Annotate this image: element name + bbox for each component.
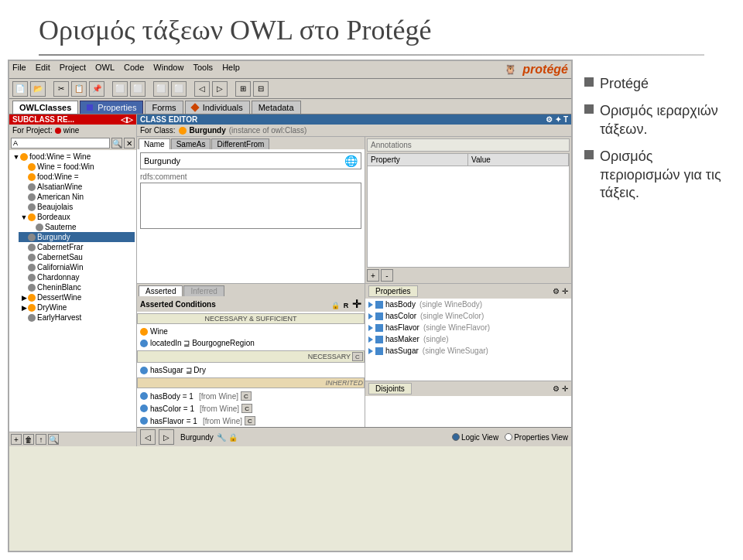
tb-b1[interactable]: ⬜ <box>112 81 128 97</box>
cond-hasbody-icon <box>140 392 148 400</box>
tb-grid[interactable]: ⊞ <box>235 81 251 97</box>
hasbody-btn[interactable]: C <box>241 391 252 401</box>
tree-item-alsatian[interactable]: AlsatianWine <box>19 182 135 192</box>
protege-logo: protégé <box>522 63 568 77</box>
tree-item-cabernets[interactable]: CabernetSau <box>19 252 135 262</box>
tb-b3[interactable]: ⬜ <box>153 81 169 97</box>
tree-item-burgundy[interactable]: Burgundy <box>19 232 135 242</box>
status-nav-right[interactable]: ▷ <box>159 429 174 445</box>
tree-item-american[interactable]: American Nin <box>19 192 135 202</box>
tb-new[interactable]: 📄 <box>12 81 28 97</box>
menu-project[interactable]: Project <box>60 63 86 77</box>
clear-btn[interactable]: ✕ <box>124 138 135 149</box>
inherited-badge: INHERITED <box>137 377 365 388</box>
tree-item-chardonnay[interactable]: Chardonnay <box>19 272 135 282</box>
add-subclass-btn[interactable]: + <box>11 434 22 445</box>
hascolor-btn[interactable]: C <box>241 404 252 413</box>
tree-icon-gray11 <box>28 314 36 322</box>
tree-item-foodwine1[interactable]: ▼ food:Wine = Wine <box>11 152 135 162</box>
tree-item-dessert[interactable]: ▶ DessertWine <box>19 292 135 302</box>
tb-b2[interactable]: ⬜ <box>130 81 146 97</box>
tree-item-cabernetfr[interactable]: CabernetFrar <box>19 242 135 252</box>
condition-wine: Wine <box>137 326 365 337</box>
move-up-btn[interactable]: ↑ <box>36 434 46 445</box>
tree-item-sauterne[interactable]: Sauterne <box>26 222 135 232</box>
tab-differentfrom[interactable]: DifferentFrom <box>211 138 269 149</box>
tab-name[interactable]: Name <box>139 138 170 149</box>
sidebar-item-2: Ορισμός ιεραρχιών τάξεων. <box>584 102 731 138</box>
tab-owlclasses[interactable]: OWLClasses <box>12 101 78 114</box>
name-input-box[interactable]: Burgundy 🌐 <box>140 152 361 169</box>
tb-paste[interactable]: 📌 <box>89 81 104 97</box>
tree-item-wine[interactable]: Wine = food:Win <box>19 162 135 172</box>
prop-hasflavor: hasFlavor (single WineFlavor) <box>365 322 571 333</box>
tab-sameas[interactable]: SameAs <box>171 138 211 149</box>
menu-code[interactable]: Code <box>124 63 144 77</box>
props-view-dot <box>505 433 512 441</box>
menu-owl[interactable]: OWL <box>95 63 115 77</box>
menu-file[interactable]: File <box>12 63 26 77</box>
tab-metadata[interactable]: Metadata <box>252 101 301 114</box>
menu-help[interactable]: Help <box>222 63 240 77</box>
subclass-toolbar: + 🗑 ↑ 🔍 <box>9 432 136 446</box>
sidebar-item-3: Ορισμός περιορισμών για τις τάξεις. <box>584 148 731 202</box>
tab-inferred[interactable]: Inferred <box>183 285 224 296</box>
menu-edit[interactable]: Edit <box>36 63 50 77</box>
disjoints-header: Disjoints ⚙ ✛ <box>365 381 571 396</box>
conditions-header: Asserted Conditions 🔒 R ✛ <box>137 296 365 312</box>
tb-open[interactable]: 📂 <box>30 81 46 97</box>
hasflavor-btn[interactable]: C <box>245 416 255 425</box>
tree-icon-orange4 <box>28 213 36 221</box>
tree-item-bordeaux[interactable]: ▼ Bordeaux <box>19 212 135 222</box>
props-area: hasBody (single WineBody) hasColor (sing… <box>365 299 571 381</box>
tree-item-california[interactable]: CaliforniaWin <box>19 262 135 272</box>
prop-hascolor: hasColor (single WineColor) <box>365 310 571 322</box>
menu-window[interactable]: Window <box>153 63 183 77</box>
tb-copy[interactable]: 📋 <box>71 81 87 97</box>
logic-view-radio[interactable]: Logic View <box>452 433 498 442</box>
necessary-btn[interactable]: C <box>352 352 363 361</box>
tb-b5[interactable]: ◁ <box>194 81 210 97</box>
tree-icon-gray4 <box>36 224 43 231</box>
prop-hasmaker: hasMaker (single) <box>365 333 571 345</box>
cond-hassugar-icon <box>140 367 148 374</box>
rdfs-comment-label: rdfs:comment <box>140 172 361 181</box>
filter-btn[interactable]: 🔍 <box>111 138 122 149</box>
tab-properties[interactable]: Properties <box>80 101 143 114</box>
tb-cut[interactable]: ✂ <box>53 81 69 97</box>
toolbar: 📄 📂 ✂ 📋 📌 ⬜ ⬜ ⬜ ⬜ ◁ ▷ ⊞ ⊟ <box>9 79 571 99</box>
prop-icon2 <box>375 312 383 320</box>
class-editor-header: CLASS EDITOR ⚙ ✦ T <box>137 114 571 125</box>
tb-b4[interactable]: ⬜ <box>171 81 187 97</box>
delete-subclass-btn[interactable]: 🗑 <box>23 434 34 445</box>
tb-b6[interactable]: ▷ <box>212 81 228 97</box>
ann-add-btn[interactable]: + <box>367 269 379 282</box>
status-icons: 🔧 🔒 <box>217 433 238 442</box>
menu-tools[interactable]: Tools <box>193 63 213 77</box>
tree-icon-gray3 <box>28 203 36 211</box>
wine-dot <box>55 128 61 134</box>
sidebar-item-1: Protégé <box>584 75 731 93</box>
necessary-sufficient-badge: NECESSARY & SUFFICIENT <box>137 313 365 324</box>
disjoints-label: Disjoints <box>368 383 412 394</box>
ann-del-btn[interactable]: - <box>381 269 393 282</box>
properties-view-radio[interactable]: Properties View <box>505 433 568 442</box>
prop-icon1 <box>375 301 383 309</box>
tree-item-beaujolais[interactable]: Beaujolais <box>19 202 135 212</box>
tree-area: ▼ food:Wine = Wine Wine = food:Win food:… <box>9 150 136 432</box>
tree-icon-orange6 <box>28 304 36 312</box>
tb-b7[interactable]: ⊟ <box>253 81 269 97</box>
status-nav-left[interactable]: ◁ <box>140 429 156 445</box>
tab-forms[interactable]: Forms <box>145 101 183 114</box>
tree-item-early[interactable]: EarlyHarvest <box>19 312 135 323</box>
tree-icon-gray5 <box>28 234 36 241</box>
disjoints-area <box>365 396 571 427</box>
bullet-3 <box>584 150 594 159</box>
tree-item-foodwine2[interactable]: food:Wine = <box>19 172 135 182</box>
search-subclass-btn[interactable]: 🔍 <box>48 434 59 445</box>
tab-asserted[interactable]: Asserted <box>139 285 183 296</box>
tab-individuals[interactable]: Individuals <box>185 101 250 114</box>
tree-item-dry[interactable]: ▶ DryWine <box>19 302 135 312</box>
tree-item-chenin[interactable]: CheninBlanc <box>19 282 135 292</box>
comment-textarea[interactable] <box>140 183 361 229</box>
